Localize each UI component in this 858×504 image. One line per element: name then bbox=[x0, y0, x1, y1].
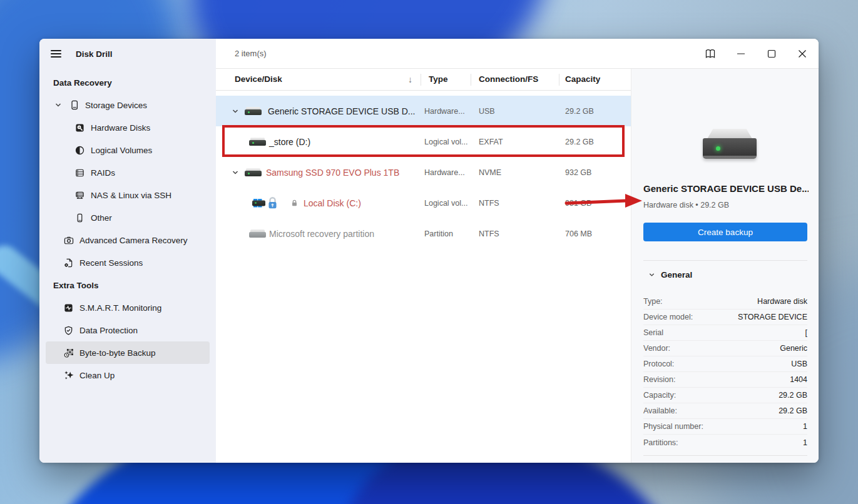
device-fs: NTFS bbox=[479, 199, 499, 208]
sidebar: Disk Drill Data Recovery Storage Devices… bbox=[39, 39, 216, 463]
logical-volume-icon bbox=[74, 145, 86, 156]
maximize-button[interactable] bbox=[765, 46, 779, 61]
shield-check-icon bbox=[63, 325, 74, 336]
device-type: Hardware... bbox=[424, 107, 465, 116]
device-type: Logical vol... bbox=[424, 138, 467, 146]
detail-row: Device model:STORAGE DEVICE bbox=[643, 310, 807, 325]
device-name: Microsoft recovery partition bbox=[269, 229, 374, 239]
sidebar-item-label: RAIDs bbox=[91, 168, 115, 178]
table-row-local-disk-c[interactable]: Local Disk (C:) Logical vol... NTFS 931 … bbox=[216, 188, 631, 218]
sidebar-item-byte-to-byte-backup[interactable]: Byte-to-byte Backup bbox=[46, 341, 210, 364]
detail-row: Physical number:1 bbox=[643, 419, 807, 435]
sidebar-item-label: Advanced Camera Recovery bbox=[79, 236, 188, 245]
general-section-label: General bbox=[661, 270, 692, 280]
device-name: Samsung SSD 970 EVO Plus 1TB bbox=[266, 168, 399, 178]
window-titlebar: 2 item(s) bbox=[216, 39, 819, 69]
device-type: Hardware... bbox=[424, 168, 465, 177]
device-title: Generic STORAGE DEVICE USB De... bbox=[643, 183, 809, 194]
chevron-down-icon[interactable] bbox=[231, 108, 240, 115]
byte-backup-grid-icon bbox=[63, 348, 74, 358]
device-subtitle: Hardware disk • 29.2 GB bbox=[643, 201, 729, 209]
detail-row: Type:Hardware disk bbox=[643, 294, 807, 310]
nas-server-icon bbox=[74, 190, 86, 201]
chevron-down-icon[interactable] bbox=[231, 169, 240, 176]
sidebar-item-smart-monitoring[interactable]: S.M.A.R.T. Monitoring bbox=[46, 296, 210, 319]
table-rows: Generic STORAGE DEVICE USB D... Hardware… bbox=[216, 96, 631, 249]
device-fs: NVME bbox=[479, 168, 501, 177]
detail-row: Protocol:USB bbox=[643, 356, 807, 372]
sidebar-item-raids[interactable]: RAIDs bbox=[46, 161, 210, 184]
sidebar-item-clean-up[interactable]: Clean Up bbox=[46, 364, 210, 386]
detail-row: Available:29.2 GB bbox=[643, 403, 807, 419]
hardware-disk-icon bbox=[74, 123, 86, 133]
content-area: 2 item(s) Device/Disk ↓ Type bbox=[216, 39, 819, 463]
device-illustration bbox=[703, 129, 757, 164]
items-count: 2 item(s) bbox=[235, 49, 267, 58]
sidebar-nav: Data Recovery Storage Devices Hardware D… bbox=[39, 69, 216, 386]
camera-icon bbox=[63, 235, 74, 246]
device-capacity: 931 GB bbox=[565, 199, 591, 208]
device-capacity: 932 GB bbox=[565, 168, 591, 177]
column-connection-fs[interactable]: Connection/FS bbox=[479, 74, 538, 84]
sidebar-item-logical-volumes[interactable]: Logical Volumes bbox=[46, 139, 210, 161]
sidebar-item-hardware-disks[interactable]: Hardware Disks bbox=[46, 116, 210, 139]
smart-monitor-icon bbox=[63, 303, 74, 313]
column-type[interactable]: Type bbox=[429, 74, 448, 84]
app-title: Disk Drill bbox=[76, 49, 113, 59]
create-backup-button[interactable]: Create backup bbox=[643, 223, 807, 241]
session-file-icon bbox=[63, 258, 74, 268]
detail-row: Serial[ bbox=[643, 325, 807, 341]
hamburger-menu-icon[interactable] bbox=[48, 44, 67, 63]
table-row-recovery-partition[interactable]: Microsoft recovery partition Partition N… bbox=[216, 218, 631, 249]
table-row-store-d[interactable]: _store (D:) Logical vol... EXFAT 29.2 GB bbox=[216, 126, 631, 157]
general-details-list: Type:Hardware disk Device model:STORAGE … bbox=[643, 294, 807, 450]
device-capacity: 706 MB bbox=[565, 229, 592, 238]
sidebar-item-data-protection[interactable]: Data Protection bbox=[46, 319, 210, 341]
sidebar-item-recent-sessions[interactable]: Recent Sessions bbox=[46, 251, 210, 274]
minimize-button[interactable] bbox=[734, 46, 748, 61]
sidebar-item-label: Clean Up bbox=[79, 371, 115, 380]
device-fs: EXFAT bbox=[479, 138, 503, 146]
table-row-samsung-ssd[interactable]: Samsung SSD 970 EVO Plus 1TB Hardware...… bbox=[216, 157, 631, 188]
device-name: Generic STORAGE DEVICE USB D... bbox=[268, 106, 415, 116]
sidebar-item-advanced-camera-recovery[interactable]: Advanced Camera Recovery bbox=[46, 229, 210, 251]
close-button[interactable] bbox=[795, 46, 809, 61]
sparkles-icon bbox=[63, 370, 74, 381]
sidebar-item-storage-devices[interactable]: Storage Devices bbox=[46, 94, 210, 116]
drive-icon bbox=[249, 229, 266, 238]
device-fs: USB bbox=[479, 107, 495, 116]
chevron-down-icon[interactable] bbox=[53, 101, 63, 109]
sidebar-item-other[interactable]: Other bbox=[46, 206, 210, 229]
details-panel: Generic STORAGE DEVICE USB De... Hardwar… bbox=[631, 69, 819, 463]
device-capacity: 29.2 GB bbox=[565, 107, 594, 116]
device-table: Device/Disk ↓ Type Connection/FS Capacit… bbox=[216, 69, 631, 463]
detail-row: Capacity:29.2 GB bbox=[643, 388, 807, 403]
device-type: Logical vol... bbox=[424, 199, 467, 208]
detail-row: Revision:1404 bbox=[643, 372, 807, 388]
storage-devices-icon bbox=[68, 100, 80, 111]
titlebar-icons bbox=[703, 46, 819, 61]
sidebar-section-extra-tools: Extra Tools bbox=[46, 274, 210, 296]
table-header: Device/Disk ↓ Type Connection/FS Capacit… bbox=[216, 69, 631, 91]
disk-drill-window: Disk Drill Data Recovery Storage Devices… bbox=[39, 39, 819, 463]
drive-icon bbox=[245, 107, 262, 116]
table-row-generic-usb[interactable]: Generic STORAGE DEVICE USB D... Hardware… bbox=[216, 96, 631, 126]
detail-row: Vendor:Generic bbox=[643, 341, 807, 356]
sidebar-item-nas-linux-ssh[interactable]: NAS & Linux via SSH bbox=[46, 184, 210, 206]
column-device-disk[interactable]: Device/Disk bbox=[235, 74, 282, 84]
sidebar-item-label: NAS & Linux via SSH bbox=[91, 191, 171, 200]
documentation-book-icon[interactable] bbox=[703, 46, 717, 61]
column-capacity[interactable]: Capacity bbox=[565, 74, 600, 84]
drive-icon bbox=[245, 168, 262, 177]
device-capacity: 29.2 GB bbox=[565, 138, 594, 146]
sidebar-item-label: S.M.A.R.T. Monitoring bbox=[79, 303, 161, 313]
general-section-header[interactable]: General bbox=[648, 270, 692, 280]
sidebar-item-label: Recent Sessions bbox=[79, 258, 143, 268]
sidebar-item-label: Hardware Disks bbox=[91, 123, 150, 133]
desktop-wallpaper: Disk Drill Data Recovery Storage Devices… bbox=[0, 0, 858, 504]
device-name: _store (D:) bbox=[269, 137, 310, 147]
raid-icon bbox=[74, 168, 86, 178]
sort-descending-icon[interactable]: ↓ bbox=[408, 74, 412, 84]
sidebar-header: Disk Drill bbox=[39, 39, 216, 69]
drive-icon bbox=[249, 138, 266, 146]
